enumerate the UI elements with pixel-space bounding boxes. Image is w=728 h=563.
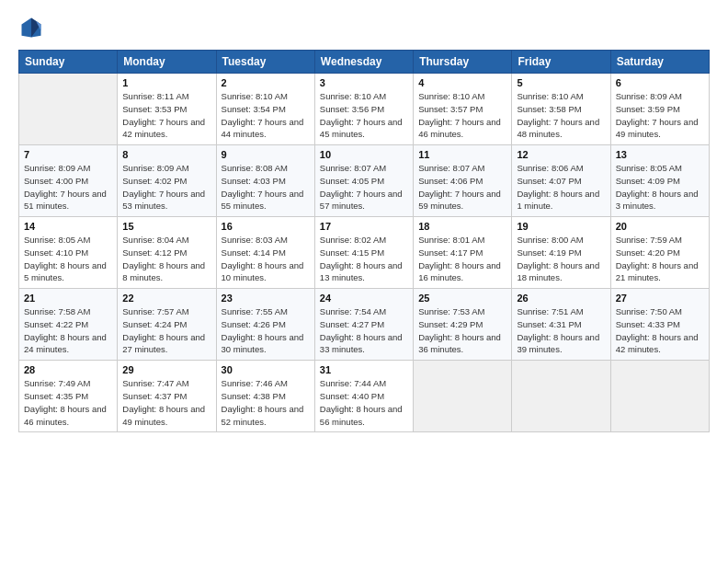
day-number: 17 <box>320 221 408 232</box>
calendar-body: 1 Sunrise: 8:11 AM Sunset: 3:53 PM Dayli… <box>19 74 710 432</box>
day-number: 25 <box>418 293 506 304</box>
day-number: 11 <box>418 149 506 160</box>
day-number: 3 <box>320 77 408 88</box>
day-detail: Sunrise: 7:49 AM Sunset: 4:35 PM Dayligh… <box>24 377 112 428</box>
calendar-cell: 1 Sunrise: 8:11 AM Sunset: 3:53 PM Dayli… <box>118 74 216 145</box>
day-detail: Sunrise: 7:44 AM Sunset: 4:40 PM Dayligh… <box>320 377 408 428</box>
day-number: 5 <box>517 77 605 88</box>
day-number: 8 <box>122 149 210 160</box>
day-number: 7 <box>24 149 112 160</box>
day-number: 6 <box>616 77 704 88</box>
calendar-cell: 6 Sunrise: 8:09 AM Sunset: 3:59 PM Dayli… <box>610 74 709 145</box>
calendar-cell: 22 Sunrise: 7:57 AM Sunset: 4:24 PM Dayl… <box>118 289 216 361</box>
calendar-cell: 11 Sunrise: 8:07 AM Sunset: 4:06 PM Dayl… <box>414 145 512 217</box>
calendar-header-row: SundayMondayTuesdayWednesdayThursdayFrid… <box>19 51 710 74</box>
calendar-cell: 12 Sunrise: 8:06 AM Sunset: 4:07 PM Dayl… <box>512 145 610 217</box>
calendar-week-4: 21 Sunrise: 7:58 AM Sunset: 4:22 PM Dayl… <box>19 289 710 361</box>
day-number: 29 <box>122 364 210 375</box>
day-detail: Sunrise: 8:00 AM Sunset: 4:19 PM Dayligh… <box>517 234 605 284</box>
day-detail: Sunrise: 8:06 AM Sunset: 4:07 PM Dayligh… <box>517 162 605 213</box>
logo <box>18 15 48 40</box>
day-number: 1 <box>122 77 210 88</box>
day-number: 27 <box>616 293 704 304</box>
day-detail: Sunrise: 8:10 AM Sunset: 3:58 PM Dayligh… <box>517 90 605 141</box>
header-cell-thursday: Thursday <box>414 51 512 74</box>
calendar-cell <box>19 74 118 145</box>
day-detail: Sunrise: 8:10 AM Sunset: 3:57 PM Dayligh… <box>418 90 506 141</box>
day-detail: Sunrise: 8:07 AM Sunset: 4:06 PM Dayligh… <box>418 162 506 213</box>
day-number: 10 <box>320 149 408 160</box>
logo-icon <box>18 15 44 40</box>
day-number: 2 <box>222 77 310 88</box>
day-number: 15 <box>122 221 210 232</box>
page: SundayMondayTuesdayWednesdayThursdayFrid… <box>0 0 728 563</box>
day-detail: Sunrise: 8:11 AM Sunset: 3:53 PM Dayligh… <box>122 90 210 141</box>
calendar-cell: 9 Sunrise: 8:08 AM Sunset: 4:03 PM Dayli… <box>216 145 314 217</box>
calendar-week-1: 1 Sunrise: 8:11 AM Sunset: 3:53 PM Dayli… <box>19 74 710 145</box>
day-detail: Sunrise: 8:10 AM Sunset: 3:54 PM Dayligh… <box>222 90 310 141</box>
day-detail: Sunrise: 7:47 AM Sunset: 4:37 PM Dayligh… <box>122 377 210 428</box>
calendar-cell: 24 Sunrise: 7:54 AM Sunset: 4:27 PM Dayl… <box>314 289 413 361</box>
calendar-cell: 23 Sunrise: 7:55 AM Sunset: 4:26 PM Dayl… <box>216 289 314 361</box>
day-detail: Sunrise: 8:03 AM Sunset: 4:14 PM Dayligh… <box>222 234 310 284</box>
header-cell-sunday: Sunday <box>19 51 118 74</box>
calendar-cell: 8 Sunrise: 8:09 AM Sunset: 4:02 PM Dayli… <box>118 145 216 217</box>
day-number: 18 <box>418 221 506 232</box>
day-number: 30 <box>222 364 310 375</box>
calendar-cell: 15 Sunrise: 8:04 AM Sunset: 4:12 PM Dayl… <box>118 217 216 289</box>
day-detail: Sunrise: 7:46 AM Sunset: 4:38 PM Dayligh… <box>222 377 310 428</box>
day-number: 9 <box>222 149 310 160</box>
calendar-cell: 17 Sunrise: 8:02 AM Sunset: 4:15 PM Dayl… <box>314 217 413 289</box>
day-number: 31 <box>320 364 408 375</box>
calendar-cell: 20 Sunrise: 7:59 AM Sunset: 4:20 PM Dayl… <box>610 217 709 289</box>
calendar-cell: 27 Sunrise: 7:50 AM Sunset: 4:33 PM Dayl… <box>610 289 709 361</box>
day-detail: Sunrise: 8:10 AM Sunset: 3:56 PM Dayligh… <box>320 90 408 141</box>
header <box>18 15 710 40</box>
day-detail: Sunrise: 8:09 AM Sunset: 4:02 PM Dayligh… <box>122 162 210 213</box>
day-number: 12 <box>517 149 605 160</box>
header-cell-monday: Monday <box>118 51 216 74</box>
calendar-cell: 3 Sunrise: 8:10 AM Sunset: 3:56 PM Dayli… <box>314 74 413 145</box>
day-number: 14 <box>24 221 112 232</box>
day-number: 23 <box>222 293 310 304</box>
calendar-cell: 5 Sunrise: 8:10 AM Sunset: 3:58 PM Dayli… <box>512 74 610 145</box>
calendar-cell: 13 Sunrise: 8:05 AM Sunset: 4:09 PM Dayl… <box>610 145 709 217</box>
day-number: 20 <box>616 221 704 232</box>
day-detail: Sunrise: 7:54 AM Sunset: 4:27 PM Dayligh… <box>320 305 408 356</box>
calendar-cell: 18 Sunrise: 8:01 AM Sunset: 4:17 PM Dayl… <box>414 217 512 289</box>
day-detail: Sunrise: 8:08 AM Sunset: 4:03 PM Dayligh… <box>222 162 310 213</box>
day-number: 4 <box>418 77 506 88</box>
day-number: 21 <box>24 293 112 304</box>
day-number: 19 <box>517 221 605 232</box>
calendar-cell: 7 Sunrise: 8:09 AM Sunset: 4:00 PM Dayli… <box>19 145 118 217</box>
calendar-cell: 4 Sunrise: 8:10 AM Sunset: 3:57 PM Dayli… <box>414 74 512 145</box>
day-detail: Sunrise: 7:51 AM Sunset: 4:31 PM Dayligh… <box>517 305 605 356</box>
calendar-cell: 30 Sunrise: 7:46 AM Sunset: 4:38 PM Dayl… <box>216 361 314 432</box>
day-number: 22 <box>122 293 210 304</box>
calendar-cell: 28 Sunrise: 7:49 AM Sunset: 4:35 PM Dayl… <box>19 361 118 432</box>
calendar-week-2: 7 Sunrise: 8:09 AM Sunset: 4:00 PM Dayli… <box>19 145 710 217</box>
header-cell-saturday: Saturday <box>610 51 709 74</box>
day-detail: Sunrise: 7:50 AM Sunset: 4:33 PM Dayligh… <box>616 305 704 356</box>
day-detail: Sunrise: 8:09 AM Sunset: 3:59 PM Dayligh… <box>616 90 704 141</box>
day-number: 28 <box>24 364 112 375</box>
day-detail: Sunrise: 8:02 AM Sunset: 4:15 PM Dayligh… <box>320 234 408 284</box>
calendar-cell: 31 Sunrise: 7:44 AM Sunset: 4:40 PM Dayl… <box>314 361 413 432</box>
calendar-cell: 21 Sunrise: 7:58 AM Sunset: 4:22 PM Dayl… <box>19 289 118 361</box>
calendar-cell <box>414 361 512 432</box>
day-detail: Sunrise: 8:05 AM Sunset: 4:10 PM Dayligh… <box>24 234 112 284</box>
day-detail: Sunrise: 8:05 AM Sunset: 4:09 PM Dayligh… <box>616 162 704 213</box>
calendar-week-3: 14 Sunrise: 8:05 AM Sunset: 4:10 PM Dayl… <box>19 217 710 289</box>
header-cell-friday: Friday <box>512 51 610 74</box>
calendar-cell: 19 Sunrise: 8:00 AM Sunset: 4:19 PM Dayl… <box>512 217 610 289</box>
calendar-cell: 29 Sunrise: 7:47 AM Sunset: 4:37 PM Dayl… <box>118 361 216 432</box>
day-detail: Sunrise: 8:01 AM Sunset: 4:17 PM Dayligh… <box>418 234 506 284</box>
calendar-cell: 14 Sunrise: 8:05 AM Sunset: 4:10 PM Dayl… <box>19 217 118 289</box>
calendar-table: SundayMondayTuesdayWednesdayThursdayFrid… <box>18 50 710 432</box>
calendar-cell: 16 Sunrise: 8:03 AM Sunset: 4:14 PM Dayl… <box>216 217 314 289</box>
calendar-week-5: 28 Sunrise: 7:49 AM Sunset: 4:35 PM Dayl… <box>19 361 710 432</box>
header-cell-wednesday: Wednesday <box>314 51 413 74</box>
day-number: 13 <box>616 149 704 160</box>
day-number: 24 <box>320 293 408 304</box>
day-number: 16 <box>222 221 310 232</box>
